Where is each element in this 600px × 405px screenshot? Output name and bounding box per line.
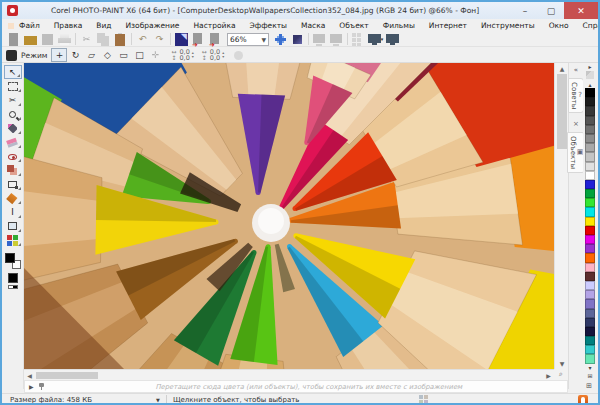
vertical-scroll-thumb[interactable] [557, 74, 567, 149]
palette-more-button[interactable]: ⊞ [587, 372, 592, 380]
position-mode-button[interactable]: + [51, 48, 67, 62]
skew-mode-button[interactable]: ◇ [99, 48, 115, 62]
eyedropper-tool[interactable] [4, 121, 22, 135]
anchor-point-button[interactable]: ✛ [147, 48, 163, 62]
tab-tips[interactable]: ? Советы [568, 78, 584, 113]
paste-button[interactable] [112, 32, 129, 46]
palette-swatch-11[interactable] [585, 189, 595, 198]
docker-close-icon[interactable]: × [573, 120, 579, 128]
palette-swatch-1[interactable] [585, 97, 595, 106]
palette-swatch-0[interactable] [585, 88, 595, 97]
palette-scroll-up[interactable]: ▴ [588, 81, 591, 88]
monitor-preview-button[interactable] [384, 32, 401, 46]
menu-7[interactable]: Объект [332, 21, 375, 30]
red-eye-removal-tool[interactable] [4, 149, 22, 163]
menu-0[interactable]: Файл [12, 21, 47, 30]
size-spinner[interactable]: ▴▾ [222, 51, 224, 59]
vertical-scrollbar[interactable]: ▲ ▼ [554, 63, 568, 369]
fullscreen-preview-button[interactable]: ▾ [367, 32, 384, 46]
rollup-window-button[interactable] [328, 32, 345, 46]
palette-swatch-28[interactable] [585, 345, 595, 354]
palette-swatch-24[interactable] [585, 309, 595, 318]
palette-swatch-2[interactable] [585, 106, 595, 115]
horizontal-scrollbar[interactable]: ◀ ▶ [24, 369, 554, 380]
close-button[interactable]: ✕ [564, 2, 598, 19]
palette-swatch-25[interactable] [585, 318, 595, 327]
rotate-mode-button[interactable]: ↻ [67, 48, 83, 62]
palette-swatch-9[interactable] [585, 171, 595, 180]
pin-icon[interactable] [38, 383, 45, 390]
palette-swatch-15[interactable] [585, 226, 595, 235]
menu-4[interactable]: Настройка [186, 21, 242, 30]
palette-swatch-5[interactable] [585, 134, 595, 143]
palette-swatch-22[interactable] [585, 290, 595, 299]
document-info-icon[interactable] [578, 395, 588, 405]
canvas-image[interactable] [24, 63, 554, 369]
palette-swatch-26[interactable] [585, 327, 595, 336]
palette-swatch-21[interactable] [585, 281, 595, 290]
palette-swatch-3[interactable] [585, 116, 595, 125]
fill-color-swatch[interactable] [8, 273, 18, 283]
zoom-tool[interactable] [4, 107, 22, 121]
palette-swatch-19[interactable] [585, 263, 595, 272]
scroll-down-arrow[interactable]: ▼ [555, 358, 569, 369]
palette-swatch-13[interactable] [585, 207, 595, 216]
palette-swatch-23[interactable] [585, 299, 595, 308]
mask-transform-tool[interactable]: ✂ [4, 93, 22, 107]
menu-6[interactable]: Маска [294, 21, 332, 30]
palette-swatch-16[interactable] [585, 235, 595, 244]
menu-2[interactable]: Вид [89, 21, 118, 30]
menu-11[interactable]: Окно [542, 21, 576, 30]
minimize-button[interactable]: – [512, 2, 538, 19]
palette-swatch-18[interactable] [585, 253, 595, 262]
navigator-zoom-button[interactable]: ⌕ [554, 369, 568, 380]
position-spinner[interactable]: ▴▾ [192, 51, 194, 59]
palette-swatch-12[interactable] [585, 198, 595, 207]
open-button[interactable] [22, 32, 39, 46]
scroll-up-arrow[interactable]: ▲ [555, 63, 569, 74]
image-slicing-tool[interactable] [4, 233, 22, 247]
menu-10[interactable]: Инструменты [474, 21, 542, 30]
eraser-tool[interactable] [4, 135, 22, 149]
menu-9[interactable]: Интернет [422, 21, 474, 30]
distort-mode-button[interactable]: ▭ [115, 48, 131, 62]
zoom-to-fit-button[interactable] [272, 32, 289, 46]
menu-12[interactable]: Справка [576, 21, 600, 30]
palette-swatch-17[interactable] [585, 244, 595, 253]
position-y-value[interactable]: 0,0 [179, 55, 189, 62]
scale-mode-button[interactable]: ▱ [83, 48, 99, 62]
rectangle-mask-tool[interactable] [4, 79, 22, 93]
print-button[interactable] [56, 32, 73, 46]
fill-tool[interactable] [4, 191, 22, 205]
rectangle-tool[interactable] [4, 219, 22, 233]
import-button[interactable] [173, 32, 190, 46]
grid-button[interactable] [350, 32, 367, 46]
foreground-color-swatch[interactable] [5, 253, 15, 263]
menu-3[interactable]: Изображение [119, 21, 187, 30]
status-dropdown-arrow[interactable]: ▼ [156, 397, 160, 403]
save-button[interactable] [39, 32, 56, 46]
fg-bg-color-well[interactable] [5, 253, 21, 269]
palette-swatch-29[interactable] [585, 354, 595, 363]
zoom-level-combo[interactable]: 66%▼ [227, 33, 269, 46]
palette-flyout-button[interactable]: ▸ [588, 63, 591, 70]
horizontal-scroll-thumb[interactable] [36, 372, 98, 379]
cut-button[interactable]: ✂ [78, 32, 95, 46]
transparency-swatch[interactable] [8, 285, 18, 289]
image-window-button[interactable] [311, 32, 328, 46]
palette-swatch-10[interactable] [585, 180, 595, 189]
docker-collapse-button[interactable]: « [574, 66, 578, 74]
apply-button[interactable] [234, 51, 243, 60]
undo-button[interactable]: ↶ [134, 32, 151, 46]
palette-swatch-8[interactable] [585, 162, 595, 171]
size-h-value[interactable]: 0,0 [210, 55, 220, 62]
maximize-button[interactable]: ▢ [538, 2, 564, 19]
palette-swatch-4[interactable] [585, 125, 595, 134]
title-bar[interactable]: Corel PHOTO-PAINT X6 (64 бит) - [Compute… [2, 2, 598, 19]
shape-edit-tool[interactable] [4, 177, 22, 191]
menu-8[interactable]: Фильмы [376, 21, 422, 30]
imgpal-flyout-button[interactable]: ▶ [29, 383, 34, 390]
palette-swatch-7[interactable] [585, 152, 595, 161]
pick-tool[interactable]: ↖ [4, 65, 22, 79]
text-tool[interactable]: I [4, 205, 22, 219]
